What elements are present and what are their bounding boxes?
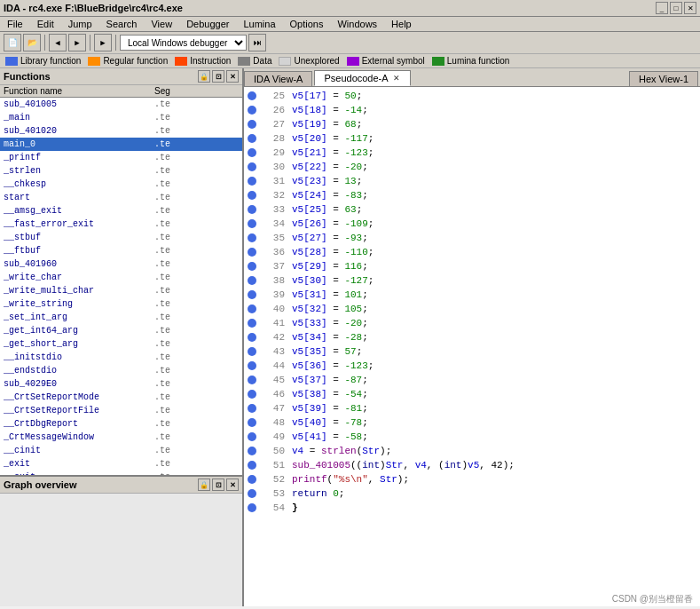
func-row[interactable]: _CrtMessageWindow.te	[0, 431, 242, 444]
line-code: v5[31] = 101;	[292, 288, 368, 302]
panel-header-icons: 🔒 ⊡ ✕	[198, 70, 239, 83]
code-line[interactable]: 44v5[36] = -123;	[244, 359, 700, 373]
code-line[interactable]: 33v5[25] = 63;	[244, 202, 700, 217]
func-seg: .te	[154, 244, 190, 257]
code-line[interactable]: 36v5[28] = -110;	[244, 245, 700, 259]
func-row[interactable]: sub_401960.te	[0, 257, 242, 271]
code-line[interactable]: 52printf("%s\n", Str);	[244, 472, 700, 486]
func-row[interactable]: sub_401005.te	[0, 98, 242, 111]
code-line[interactable]: 34v5[26] = -109;	[244, 217, 700, 231]
menu-item-windows[interactable]: Windows	[332, 18, 382, 30]
code-line[interactable]: 27v5[19] = 68;	[244, 117, 700, 131]
func-row[interactable]: __stbuf.te	[0, 231, 242, 244]
func-row[interactable]: _printf.te	[0, 151, 242, 164]
functions-table[interactable]: sub_401005.te_main.tesub_401020.temain_0…	[0, 98, 242, 475]
line-code: v5[36] = -123;	[292, 359, 374, 373]
func-row[interactable]: main_0.te	[0, 138, 242, 151]
code-line[interactable]: 45v5[37] = -87;	[244, 373, 700, 387]
func-row[interactable]: __CrtSetReportFile.te	[0, 404, 242, 417]
toolbar-btn-fwd[interactable]: ▶	[68, 34, 86, 51]
menu-item-jump[interactable]: Jump	[63, 18, 98, 30]
code-line[interactable]: 26v5[18] = -14;	[244, 103, 700, 117]
tab-pseudocode[interactable]: Pseudocode-A ✕	[314, 70, 410, 86]
code-line[interactable]: 46v5[38] = -54;	[244, 387, 700, 401]
code-area[interactable]: 25v5[17] = 50;26v5[18] = -14;27v5[19] = …	[244, 87, 700, 606]
code-line[interactable]: 50v4 = strlen(Str);	[244, 444, 700, 458]
code-line[interactable]: 42v5[34] = -28;	[244, 330, 700, 344]
menu-item-options[interactable]: Options	[285, 18, 329, 30]
code-line[interactable]: 29v5[21] = -123;	[244, 146, 700, 160]
func-row[interactable]: _main.te	[0, 111, 242, 124]
toolbar-sep-1	[44, 35, 45, 51]
func-seg: .te	[154, 457, 190, 471]
func-row[interactable]: __chkesp.te	[0, 178, 242, 191]
func-row[interactable]: _get_short_arg.te	[0, 337, 242, 351]
panel-lock-icon[interactable]: 🔒	[198, 70, 210, 83]
func-row[interactable]: __initstdio.te	[0, 351, 242, 364]
func-row[interactable]: __amsg_exit.te	[0, 204, 242, 218]
tab-ida-view[interactable]: IDA View-A	[244, 71, 312, 86]
func-row[interactable]: _strlen.te	[0, 164, 242, 178]
code-line[interactable]: 35v5[27] = -93;	[244, 231, 700, 245]
func-row[interactable]: __exit.te	[0, 471, 242, 475]
code-line[interactable]: 43v5[35] = 57;	[244, 344, 700, 359]
legend-library-color	[5, 57, 18, 66]
code-line[interactable]: 41v5[33] = -20;	[244, 316, 700, 330]
toolbar-btn-run[interactable]: ▶	[94, 34, 112, 51]
func-row[interactable]: __ftbuf.te	[0, 244, 242, 257]
code-line[interactable]: 47v5[39] = -81;	[244, 401, 700, 415]
minimize-button[interactable]: _	[656, 2, 668, 14]
toolbar-btn-new[interactable]: 📄	[4, 34, 21, 51]
func-row[interactable]: _write_char.te	[0, 271, 242, 284]
func-row[interactable]: _get_int64_arg.te	[0, 324, 242, 337]
panel-close-icon[interactable]: ✕	[226, 70, 239, 83]
menu-item-debugger[interactable]: Debugger	[181, 18, 234, 30]
func-row[interactable]: start.te	[0, 191, 242, 204]
code-line[interactable]: 32v5[24] = -83;	[244, 188, 700, 202]
menu-item-view[interactable]: View	[146, 18, 177, 30]
func-row[interactable]: __cinit.te	[0, 444, 242, 457]
code-line[interactable]: 48v5[40] = -78;	[244, 415, 700, 430]
func-row[interactable]: __CrtDbgReport.te	[0, 417, 242, 431]
code-line[interactable]: 31v5[23] = 13;	[244, 174, 700, 188]
code-line[interactable]: 28v5[20] = -117;	[244, 131, 700, 146]
code-line[interactable]: 38v5[30] = -127;	[244, 273, 700, 288]
menu-item-search[interactable]: Search	[101, 18, 143, 30]
func-row[interactable]: __fast_error_exit.te	[0, 218, 242, 231]
close-button[interactable]: ✕	[684, 2, 696, 14]
func-row[interactable]: _write_multi_char.te	[0, 284, 242, 297]
code-line[interactable]: 30v5[22] = -20;	[244, 160, 700, 174]
line-code: return 0;	[292, 486, 344, 501]
code-line[interactable]: 25v5[17] = 50;	[244, 89, 700, 103]
toolbar-btn-step[interactable]: ⏭	[248, 34, 266, 51]
panel-float-icon[interactable]: ⊡	[212, 70, 224, 83]
graph-lock-icon[interactable]: 🔒	[198, 478, 210, 491]
toolbar-btn-back[interactable]: ◀	[49, 34, 67, 51]
func-row[interactable]: sub_401020.te	[0, 124, 242, 138]
code-line[interactable]: 39v5[31] = 101;	[244, 288, 700, 302]
tab-pseudocode-close[interactable]: ✕	[392, 74, 401, 83]
code-line[interactable]: 49v5[41] = -58;	[244, 430, 700, 444]
menu-item-edit[interactable]: Edit	[32, 18, 59, 30]
code-line[interactable]: 53return 0;	[244, 486, 700, 501]
code-line[interactable]: 37v5[29] = 116;	[244, 259, 700, 273]
graph-close-icon[interactable]: ✕	[226, 478, 239, 491]
debugger-dropdown[interactable]: Local Windows debugger	[120, 35, 247, 51]
func-row[interactable]: __endstdio.te	[0, 364, 242, 377]
code-line[interactable]: 54}	[244, 501, 700, 515]
toolbar-btn-open[interactable]: 📂	[23, 34, 41, 51]
func-row[interactable]: _exit.te	[0, 457, 242, 471]
maximize-button[interactable]: □	[670, 2, 682, 14]
code-line[interactable]: 51sub_401005((int)Str, v4, (int)v5, 42);	[244, 458, 700, 472]
func-row[interactable]: _set_int_arg.te	[0, 311, 242, 324]
func-seg: .te	[154, 257, 190, 271]
menu-item-lumina[interactable]: Lumina	[238, 18, 280, 30]
menu-item-help[interactable]: Help	[386, 18, 417, 30]
func-row[interactable]: __CrtSetReportMode.te	[0, 391, 242, 404]
tab-hex-view[interactable]: Hex View-1	[629, 71, 698, 86]
code-line[interactable]: 40v5[32] = 105;	[244, 302, 700, 316]
func-row[interactable]: sub_4029E0.te	[0, 377, 242, 391]
graph-float-icon[interactable]: ⊡	[212, 478, 224, 491]
func-row[interactable]: _write_string.te	[0, 297, 242, 311]
menu-item-file[interactable]: File	[2, 18, 28, 30]
